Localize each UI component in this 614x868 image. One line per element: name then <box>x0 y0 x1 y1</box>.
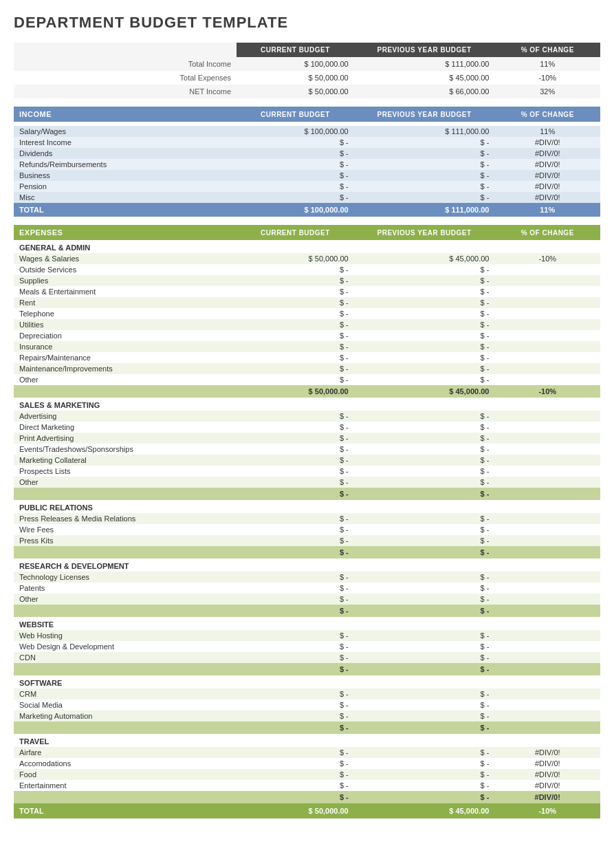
income-data-row: Refunds/Reimbursements $ - $ - #DIV/0! <box>14 159 600 170</box>
expenses-category-header: TRAVEL <box>14 734 600 747</box>
expenses-header-change: % OF CHANGE <box>494 225 600 240</box>
income-header-current: CURRENT BUDGET <box>237 107 354 122</box>
expenses-total-row: TOTAL $ 50,000.00 $ 45,000.00 -10% <box>14 803 600 818</box>
expenses-data-row: CRM $ - $ - <box>14 688 600 699</box>
expenses-subtotal-row: $ - $ - <box>14 546 600 558</box>
income-data-row: Misc $ - $ - #DIV/0! <box>14 192 600 203</box>
expenses-subtotal-row: $ - $ - <box>14 663 600 675</box>
income-data-row: Dividends $ - $ - #DIV/0! <box>14 148 600 159</box>
income-section-label: INCOME <box>14 107 237 122</box>
income-data-row: Interest Income $ - $ - #DIV/0! <box>14 137 600 148</box>
expenses-data-row: Marketing Collateral $ - $ - <box>14 455 600 466</box>
expenses-data-row: Marketing Automation $ - $ - <box>14 710 600 721</box>
expenses-data-row: Maintenance/Improvements $ - $ - <box>14 363 600 374</box>
income-table: INCOME CURRENT BUDGET PREVIOUS YEAR BUDG… <box>14 107 600 217</box>
expenses-data-row: Entertainment $ - $ - #DIV/0! <box>14 780 600 791</box>
expenses-data-row: Other $ - $ - <box>14 374 600 385</box>
expenses-header-current: CURRENT BUDGET <box>237 225 354 240</box>
expenses-data-row: Wages & Salaries $ 50,000.00 $ 45,000.00… <box>14 253 600 264</box>
summary-header-change: % OF CHANGE <box>494 43 600 57</box>
expenses-table: EXPENSES CURRENT BUDGET PREVIOUS YEAR BU… <box>14 225 600 818</box>
expenses-section-label: EXPENSES <box>14 225 237 240</box>
income-data-row: Business $ - $ - #DIV/0! <box>14 170 600 181</box>
summary-header-previous: PREVIOUS YEAR BUDGET <box>354 43 495 57</box>
expenses-data-row: Airfare $ - $ - #DIV/0! <box>14 747 600 758</box>
summary-row: Total Expenses $ 50,000.00 $ 45,000.00 -… <box>14 71 600 85</box>
expenses-data-row: Meals & Entertainment $ - $ - <box>14 286 600 297</box>
expenses-data-row: Accomodations $ - $ - #DIV/0! <box>14 758 600 769</box>
expenses-data-row: Press Kits $ - $ - <box>14 535 600 546</box>
expenses-subtotal-row: $ - $ - <box>14 488 600 500</box>
expenses-data-row: Insurance $ - $ - <box>14 341 600 352</box>
expenses-category-header: WEBSITE <box>14 617 600 630</box>
page-title: DEPARTMENT BUDGET TEMPLATE <box>14 14 600 32</box>
income-total-row: TOTAL $ 100,000.00 $ 111,000.00 11% <box>14 203 600 217</box>
expenses-data-row: CDN $ - $ - <box>14 652 600 663</box>
expenses-data-row: Food $ - $ - #DIV/0! <box>14 769 600 780</box>
income-data-row: Pension $ - $ - #DIV/0! <box>14 181 600 192</box>
expenses-data-row: Outside Services $ - $ - <box>14 264 600 275</box>
summary-row: Total Income $ 100,000.00 $ 111,000.00 1… <box>14 57 600 71</box>
expenses-subtotal-row: $ - $ - <box>14 721 600 734</box>
expenses-category-header: SALES & MARKETING <box>14 398 600 411</box>
income-header-change: % OF CHANGE <box>494 107 600 122</box>
expenses-data-row: Repairs/Maintenance $ - $ - <box>14 352 600 363</box>
expenses-category-header: PUBLIC RELATIONS <box>14 500 600 513</box>
expenses-data-row: Patents $ - $ - <box>14 583 600 594</box>
expenses-subtotal-row: $ - $ - <box>14 605 600 617</box>
expenses-category-header: RESEARCH & DEVELOPMENT <box>14 558 600 572</box>
expenses-data-row: Prospects Lists $ - $ - <box>14 466 600 477</box>
expenses-data-row: Print Advertising $ - $ - <box>14 433 600 444</box>
income-header-previous: PREVIOUS YEAR BUDGET <box>354 107 495 122</box>
expenses-header-previous: PREVIOUS YEAR BUDGET <box>354 225 495 240</box>
expenses-data-row: Advertising $ - $ - <box>14 411 600 422</box>
expenses-data-row: Events/Tradeshows/Sponsorships $ - $ - <box>14 444 600 455</box>
expenses-category-header: SOFTWARE <box>14 675 600 688</box>
expenses-data-row: Other $ - $ - <box>14 594 600 605</box>
expenses-data-row: Other $ - $ - <box>14 477 600 488</box>
expenses-data-row: Technology Licenses $ - $ - <box>14 572 600 583</box>
expenses-data-row: Web Design & Development $ - $ - <box>14 641 600 652</box>
expenses-data-row: Wire Fees $ - $ - <box>14 524 600 535</box>
income-data-row: Salary/Wages $ 100,000.00 $ 111,000.00 1… <box>14 126 600 137</box>
expenses-data-row: Rent $ - $ - <box>14 297 600 308</box>
expenses-data-row: Telephone $ - $ - <box>14 308 600 319</box>
summary-header-current: CURRENT BUDGET <box>237 43 354 57</box>
expenses-data-row: Depreciation $ - $ - <box>14 330 600 341</box>
expenses-data-row: Press Releases & Media Relations $ - $ - <box>14 513 600 524</box>
expenses-data-row: Web Hosting $ - $ - <box>14 630 600 641</box>
expenses-data-row: Utilities $ - $ - <box>14 319 600 330</box>
expenses-subtotal-row: $ - $ - #DIV/0! <box>14 791 600 803</box>
expenses-data-row: Social Media $ - $ - <box>14 699 600 710</box>
summary-row: NET Income $ 50,000.00 $ 66,000.00 32% <box>14 85 600 98</box>
expenses-category-header: GENERAL & ADMIN <box>14 240 600 253</box>
summary-table: CURRENT BUDGET PREVIOUS YEAR BUDGET % OF… <box>14 43 600 98</box>
expenses-subtotal-row: $ 50,000.00 $ 45,000.00 -10% <box>14 385 600 398</box>
expenses-data-row: Direct Marketing $ - $ - <box>14 422 600 433</box>
expenses-data-row: Supplies $ - $ - <box>14 275 600 286</box>
